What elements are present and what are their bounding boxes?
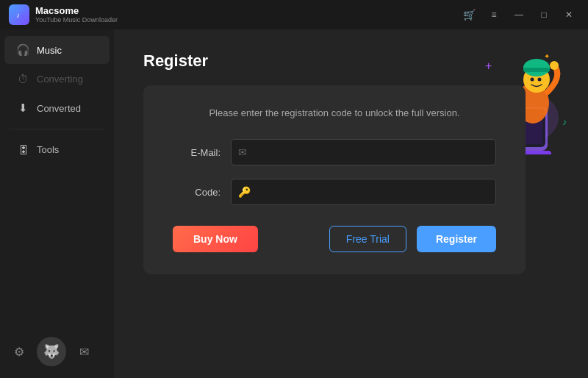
converted-icon: ⬇: [16, 101, 29, 115]
menu-button[interactable]: ≡: [484, 7, 504, 22]
svg-point-14: [550, 61, 559, 70]
maximize-button[interactable]: □: [534, 7, 554, 22]
settings-icon: ⚙: [14, 345, 24, 359]
code-input[interactable]: [231, 179, 496, 205]
app-subtitle: YouTube Music Downloader: [35, 16, 118, 24]
cart-button[interactable]: 🛒: [459, 7, 479, 22]
sidebar-item-music-label: Music: [37, 45, 62, 56]
sidebar-divider: [9, 129, 105, 129]
mail-icon: ✉: [79, 345, 89, 359]
svg-rect-11: [523, 68, 550, 72]
svg-text:♪: ♪: [562, 117, 566, 127]
code-input-wrapper: 🔑: [231, 179, 496, 205]
headphones-icon: 🎧: [16, 43, 29, 57]
email-input[interactable]: [231, 139, 496, 165]
sidebar-item-converted[interactable]: ⬇ Converted: [4, 94, 110, 122]
settings-button[interactable]: ⚙: [4, 337, 34, 366]
converting-icon: ⏱: [16, 73, 29, 85]
card-description: Please enter the registration code to un…: [173, 107, 496, 118]
svg-text:+: +: [485, 60, 492, 72]
app-name-block: Macsome YouTube Music Downloader: [35, 5, 118, 24]
svg-point-12: [531, 78, 534, 82]
code-label: Code:: [173, 187, 220, 198]
register-button[interactable]: Register: [417, 226, 496, 252]
page-title: Register: [143, 51, 208, 71]
tools-icon: 🎛: [16, 143, 29, 156]
sidebar-item-converted-label: Converted: [37, 103, 81, 114]
content-area: Register ♪: [114, 29, 588, 378]
mail-button[interactable]: ✉: [69, 337, 98, 366]
free-trial-button[interactable]: Free Trial: [329, 226, 406, 252]
card-actions: Buy Now Free Trial Register: [173, 226, 496, 252]
svg-text:♪: ♪: [16, 11, 20, 19]
sidebar-item-converting-label: Converting: [37, 74, 83, 85]
titlebar-left: ♪ Macsome YouTube Music Downloader: [9, 4, 118, 25]
email-row: E-Mail: ✉: [173, 139, 496, 165]
code-row: Code: 🔑: [173, 179, 496, 205]
app-title: Macsome: [35, 5, 118, 17]
sidebar-item-converting: ⏱ Converting: [4, 65, 110, 93]
sidebar-item-tools[interactable]: 🎛 Tools: [4, 136, 110, 163]
titlebar: ♪ Macsome YouTube Music Downloader 🛒 ≡ —…: [0, 0, 588, 29]
titlebar-controls: 🛒 ≡ — □ ✕: [459, 7, 579, 22]
email-input-wrapper: ✉: [231, 139, 496, 165]
main-layout: 🎧 Music ⏱ Converting ⬇ Converted 🎛 Tools…: [0, 29, 588, 378]
email-label: E-Mail:: [173, 147, 220, 158]
sidebar: 🎧 Music ⏱ Converting ⬇ Converted 🎛 Tools…: [0, 29, 114, 378]
svg-text:✦: ✦: [544, 52, 550, 60]
close-button[interactable]: ✕: [559, 7, 579, 22]
buy-now-button[interactable]: Buy Now: [173, 226, 258, 252]
minimize-button[interactable]: —: [509, 7, 529, 22]
avatar-icon: 🐺: [43, 343, 60, 360]
app-logo: ♪: [9, 4, 29, 25]
register-card: Please enter the registration code to un…: [143, 85, 526, 274]
svg-point-13: [538, 78, 542, 82]
sidebar-item-music[interactable]: 🎧 Music: [4, 36, 110, 64]
sidebar-item-tools-label: Tools: [37, 144, 59, 155]
avatar[interactable]: 🐺: [37, 337, 66, 366]
sidebar-footer: ⚙ 🐺 ✉: [0, 331, 114, 372]
